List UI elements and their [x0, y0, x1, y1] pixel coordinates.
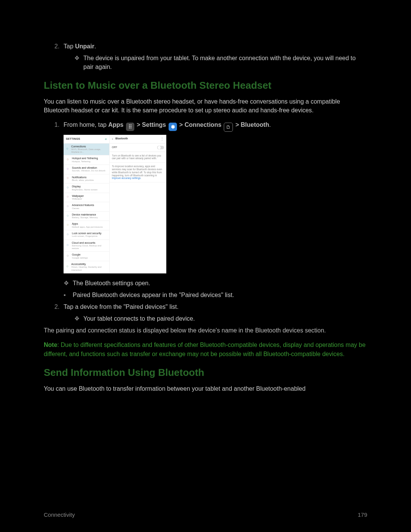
settings-row-title: Wallpaper: [72, 195, 84, 198]
settings-sidebar: SETTINGS ⌕ ○ConnectionsWi-Fi, Bluetooth,…: [64, 135, 110, 273]
settings-row-title: Display: [72, 185, 97, 188]
settings-label: Settings: [142, 121, 166, 128]
settings-detail: ‹ Bluetooth ⋮ OFF Turn on Bluetooth to s…: [110, 135, 166, 273]
footer-section: Connectivity: [44, 511, 75, 519]
settings-row-title: Google: [72, 253, 88, 256]
settings-row[interactable]: ○NotificationsBlock, allow, prioritize: [64, 174, 109, 184]
settings-row[interactable]: ○ConnectionsWi-Fi, Bluetooth, Data usage…: [64, 144, 109, 156]
manual-page: 2. Tap Unpair. ❖ The device is unpaired …: [0, 0, 411, 532]
settings-row[interactable]: ○Sounds and vibrationSounds, Vibration, …: [64, 165, 109, 174]
settings-row-icon: ○: [65, 243, 70, 248]
settings-row-icon: ○: [65, 232, 70, 238]
ordered-list-main: 1. From home, tap Apps ⠿ > Settings > Co…: [54, 120, 367, 132]
settings-row[interactable]: ○Lock screen and securityLock screen, Fi…: [64, 230, 109, 240]
settings-row[interactable]: ○DisplayBrightness, Home screen: [64, 184, 109, 193]
step-text: Tap Unpair.: [64, 42, 96, 51]
diamond-bullet-icon: ❖: [64, 279, 73, 288]
settings-row-title: Device maintenance: [72, 213, 98, 216]
settings-row[interactable]: ○Device maintenanceBattery, Storage, Mem…: [64, 212, 109, 221]
settings-row-subtitle: Wallpaper: [72, 198, 84, 200]
bluetooth-label: Bluetooth: [241, 121, 269, 128]
settings-row-subtitle: Vision, Hearing, Dexterity and interacti…: [71, 266, 108, 271]
settings-title: SETTINGS: [66, 137, 80, 141]
settings-row-icon: ○: [65, 167, 70, 172]
section-heading-listen: Listen to Music over a Bluetooth Stereo …: [44, 78, 367, 93]
apps-icon: ⠿: [126, 123, 134, 131]
sub-item-connects: ❖ Your tablet connects to the paired dev…: [74, 314, 367, 323]
ordered-list-top: 2. Tap Unpair. ❖ The device is unpaired …: [54, 42, 367, 72]
settings-row-subtitle: Games: [72, 207, 94, 210]
settings-row[interactable]: ○AccessibilityVision, Hearing, Dexterity…: [64, 261, 109, 273]
toggle-switch[interactable]: [157, 146, 164, 149]
settings-row-title: Hotspot and Tethering: [72, 157, 98, 160]
settings-row-title: Connections: [71, 145, 108, 148]
settings-row-text: Lock screen and securityLock screen, Fin…: [72, 232, 101, 238]
settings-row-text: Advanced featuresGames: [72, 204, 94, 210]
page-footer: Connectivity 179: [44, 511, 367, 519]
settings-row-subtitle: Battery, Storage, Memory: [72, 216, 98, 219]
send-intro: You can use Bluetooth to transfer inform…: [44, 384, 367, 393]
settings-row[interactable]: ○AppsDefault apps, App permissions: [64, 221, 109, 230]
diamond-bullet-icon: ❖: [74, 54, 83, 71]
settings-row-text: AppsDefault apps, App permissions: [72, 222, 103, 228]
step-unpair: 2. Tap Unpair.: [54, 42, 367, 51]
settings-row[interactable]: ○WallpaperWallpaper: [64, 193, 109, 203]
note-paragraph: Note: Due to different specifications an…: [44, 340, 367, 359]
section-heading-send: Send Information Using Bluetooth: [44, 366, 367, 380]
pairing-status-paragraph: The pairing and connection status is dis…: [44, 326, 367, 335]
note-label: Note: [44, 342, 57, 348]
settings-row-icon: ○: [65, 157, 70, 163]
settings-row-icon: ○: [65, 195, 70, 200]
settings-row-text: Hotspot and TetheringHotspot, Tethering: [72, 157, 98, 163]
step-1-text: From home, tap Apps ⠿ > Settings > Conne…: [64, 120, 271, 132]
unpair-label: Unpair: [75, 43, 94, 50]
settings-row-text: NotificationsBlock, allow, prioritize: [72, 176, 94, 182]
more-icon[interactable]: ⋮: [160, 137, 164, 141]
settings-row-title: Sounds and vibration: [72, 166, 105, 169]
settings-row[interactable]: ○Advanced featuresGames: [64, 202, 109, 212]
step-2: 2. Tap a device from the "Paired devices…: [54, 302, 367, 311]
settings-row-text: Cloud and accountsSamsung Cloud, Backup …: [72, 241, 108, 250]
settings-row-icon: ○: [65, 185, 70, 191]
settings-row-icon: ○: [65, 264, 70, 270]
sub-item-unpair-note: ❖ The device is unpaired from your table…: [74, 54, 367, 71]
settings-items: ○ConnectionsWi-Fi, Bluetooth, Data usage…: [64, 144, 109, 273]
settings-row-subtitle: Sounds, Vibration, Do not disturb: [72, 169, 105, 172]
settings-row-icon: ○: [65, 214, 70, 219]
search-icon[interactable]: ⌕: [105, 137, 107, 141]
intro-paragraph: You can listen to music over a Bluetooth…: [44, 97, 367, 115]
ordered-list-main-2: 2. Tap a device from the "Paired devices…: [54, 302, 367, 323]
footer-page-number: 179: [358, 511, 367, 519]
settings-screenshot: SETTINGS ⌕ ○ConnectionsWi-Fi, Bluetooth,…: [64, 135, 166, 273]
settings-row-icon: ○: [65, 254, 70, 259]
settings-row-icon: ○: [65, 147, 70, 152]
sub-item-paired: ▪ Paired Bluetooth devices appear in the…: [64, 291, 367, 299]
step-number: 1.: [54, 120, 64, 132]
apps-label: Apps: [108, 121, 123, 128]
settings-row-text: Device maintenanceBattery, Storage, Memo…: [72, 213, 98, 219]
bluetooth-info-1: Turn on Bluetooth to see a list of devic…: [110, 152, 166, 163]
settings-row-title: Apps: [72, 222, 103, 225]
settings-row-subtitle: Hotspot, Tethering: [72, 160, 98, 163]
accuracy-link[interactable]: Improve accuracy settings: [112, 177, 141, 179]
back-icon[interactable]: ‹: [112, 137, 113, 141]
settings-row-icon: ○: [65, 176, 70, 181]
settings-row-subtitle: Default apps, App permissions: [72, 226, 103, 228]
sub-list-top: ❖ The device is unpaired from your table…: [74, 54, 367, 71]
settings-row[interactable]: ○Hotspot and TetheringHotspot, Tethering: [64, 155, 109, 165]
step-1: 1. From home, tap Apps ⠿ > Settings > Co…: [54, 120, 367, 132]
settings-row-title: Lock screen and security: [72, 232, 101, 235]
settings-row-subtitle: Lock screen, Fingerprints: [72, 235, 101, 238]
connections-label: Connections: [185, 121, 221, 128]
settings-row-subtitle: Google settings: [72, 257, 88, 259]
settings-row[interactable]: ○GoogleGoogle settings: [64, 252, 109, 261]
step-number: 2.: [54, 302, 64, 311]
step-2-text: Tap a device from the "Paired devices" l…: [64, 302, 178, 311]
settings-row[interactable]: ○Cloud and accountsSamsung Cloud, Backup…: [64, 240, 109, 252]
settings-row-subtitle: Wi-Fi, Bluetooth, Data usage, Airplane m…: [71, 148, 108, 153]
settings-row-text: DisplayBrightness, Home screen: [72, 185, 97, 191]
settings-row-subtitle: Samsung Cloud, Backup and restore: [72, 244, 108, 250]
settings-row-text: GoogleGoogle settings: [72, 253, 88, 259]
detail-title: Bluetooth: [115, 137, 128, 140]
bluetooth-toggle-row[interactable]: OFF: [110, 144, 166, 152]
